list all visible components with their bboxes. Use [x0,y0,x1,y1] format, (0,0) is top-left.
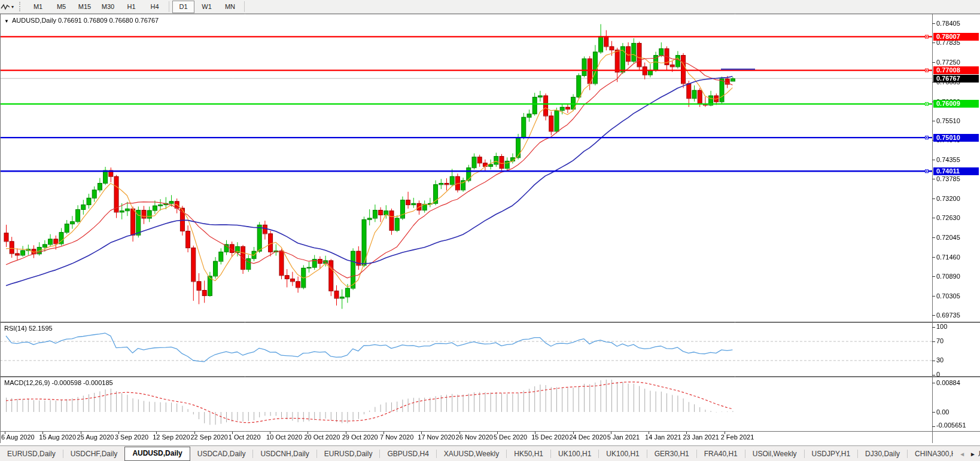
price-axis-tick: 0.72045 [936,234,978,241]
tab-scroll-right-icon[interactable]: ► [970,451,976,457]
current-price-badge: 0.76767 [933,75,979,83]
date-axis-label: 5 Jan 2021 [607,433,640,441]
rsi-axis-tick: 100 [936,323,978,330]
price-axis-tick: 0.74355 [936,156,978,163]
tab-eurusd-daily-5[interactable]: EURUSD,Daily [317,447,380,460]
timeframe-button-m30[interactable]: M30 [97,1,119,13]
date-axis-label: 2 Feb 2021 [721,433,754,441]
tab-usdcad-daily-3[interactable]: USDCAD,Daily [190,447,253,460]
tab-hk50-h1-8[interactable]: HK50,H1 [507,447,550,460]
price-axis-tick: 0.77250 [936,59,978,66]
timeframe-button-mn[interactable]: MN [219,1,241,13]
timeframe-button-m15[interactable]: M15 [74,1,96,13]
tab-ger30-h1-11[interactable]: GER30,H1 [647,447,696,460]
chart-title-text: AUDUSD,Daily 0.76691 0.76809 0.76680 0.7… [12,17,159,24]
chart-title: ▼AUDUSD,Daily 0.76691 0.76809 0.76680 0.… [4,17,159,24]
date-axis-label: 29 Oct 2020 [342,433,378,441]
price-level-badge: 0.76009 [933,100,979,108]
tab-usdcnh-daily-4[interactable]: USDCNH,Daily [253,447,316,460]
price-level-badge: 0.74011 [933,167,979,175]
date-axis-label: 12 Sep 2020 [153,433,190,441]
price-axis-tick: 0.69735 [936,312,978,319]
tab-uk100-h1-10[interactable]: UK100,H1 [599,447,646,460]
date-axis-label: 20 Oct 2020 [304,433,340,441]
price-axis-tick: 0.78405 [936,20,978,27]
tab-usdchf-daily-1[interactable]: USDCHF,Daily [63,447,125,460]
tab-uk100-h1-9[interactable]: UK100,H1 [551,447,598,460]
price-axis-tick: 0.70305 [936,292,978,300]
rsi-label: RSI(14) 52.1595 [4,325,53,332]
timeframe-button-w1[interactable]: W1 [196,1,218,13]
date-axis-label: 6 Aug 2020 [1,433,35,441]
rsi-axis-tick: 0 [936,371,978,378]
tab-scroll-left-icon[interactable]: ◄ [959,451,965,457]
tab-fra40-h1-12[interactable]: FRA40,H1 [697,447,745,460]
date-axis-label: 22 Sep 2020 [191,433,228,441]
chart-tabs-bar: EURUSD,DailyUSDCHF,DailyAUDUSD,DailyUSDC… [0,445,980,461]
chart-type-dropdown[interactable]: ▾ [0,0,16,13]
date-axis-label: 15 Dec 2020 [531,433,568,441]
tab-gbpusd-h4-6[interactable]: GBPUSD,H4 [380,447,436,460]
chevron-down-icon: ▾ [11,4,14,10]
macd-label: MACD(12,26,9) -0.000598 -0.000185 [4,379,113,386]
price-axis-tick: 0.70890 [936,273,978,280]
timeframe-button-m1[interactable]: M1 [27,1,49,13]
tab-dj30-daily-15[interactable]: DJ30,Daily [858,447,907,460]
price-axis-tick: 0.73785 [936,175,978,182]
macd-axis-tick: -0.005651 [936,422,978,429]
timeframe-button-h4[interactable]: H4 [144,1,166,13]
timeframe-toolbar: ▾ M1M5M15M30H1H4D1W1MN [0,0,980,14]
macd-axis-tick: 0.00 [936,408,978,416]
price-axis-tick: 0.75510 [936,117,978,124]
tab-xauusd-weekly-7[interactable]: XAUUSD,Weekly [437,447,506,460]
date-axis-label: 23 Jan 2021 [683,433,719,441]
timeframe-button-h1[interactable]: H1 [120,1,142,13]
chart-canvas[interactable] [0,14,980,444]
collapse-triangle-icon: ▼ [4,19,9,24]
price-level-badge: 0.75010 [933,134,979,142]
timeframe-button-d1[interactable]: D1 [172,1,194,13]
timeframe-button-m5[interactable]: M5 [50,1,72,13]
chart-area: ▼AUDUSD,Daily 0.76691 0.76809 0.76680 0.… [0,14,980,445]
date-axis-label: 7 Nov 2020 [380,433,413,441]
tab-usoil-weekly-13[interactable]: USOil,Weekly [745,447,804,460]
tab-usdjpy-h1-14[interactable]: USDJPY,H1 [805,447,857,460]
date-axis-label: 26 Nov 2020 [456,433,493,441]
rsi-axis-tick: 30 [936,356,978,364]
date-axis-label: 1 Oct 2020 [229,433,261,441]
tab-audusd-daily-2[interactable]: AUDUSD,Daily [124,447,190,461]
price-level-badge: 0.78007 [933,33,979,41]
date-axis-label: 17 Nov 2020 [418,433,455,441]
toolbar-grip [19,2,23,11]
date-axis-label: 3 Sep 2020 [115,433,148,441]
date-axis-label: 25 Aug 2020 [77,433,114,441]
date-axis-label: 5 Dec 2020 [494,433,527,441]
macd-axis-tick: 0.00884 [936,379,978,386]
price-axis-tick: 0.72630 [936,214,978,221]
price-level-badge: 0.77008 [933,66,979,74]
line-chart-icon [1,2,10,11]
date-axis-label: 24 Dec 2020 [570,433,607,441]
price-axis-tick: 0.73200 [936,195,978,202]
date-axis-label: 10 Oct 2020 [266,433,302,441]
date-axis-label: 15 Aug 2020 [39,433,76,441]
date-axis-label: 14 Jan 2021 [645,433,681,441]
tab-scroll-arrows: ◄ ► [953,446,978,461]
tab-eurusd-daily-0[interactable]: EURUSD,Daily [0,447,63,460]
price-axis-tick: 0.71460 [936,254,978,261]
rsi-axis-tick: 70 [936,337,978,344]
